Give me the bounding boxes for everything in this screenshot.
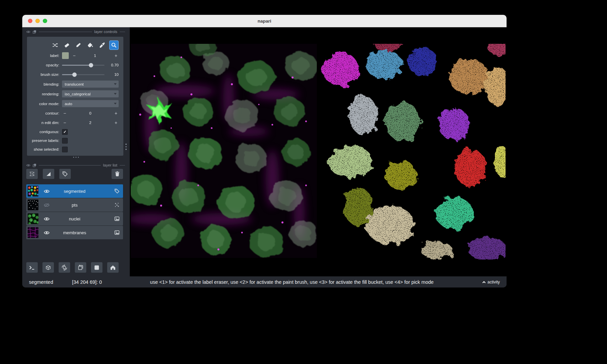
layer-list: segmented pts — [26, 184, 123, 239]
contiguous-row: contiguous: — [27, 127, 123, 136]
n-edit-dim-row: n edit dim: − 2 + — [27, 118, 123, 127]
microscopy-image — [131, 44, 317, 258]
brush-size-slider-handle[interactable] — [72, 72, 77, 77]
layer-controls-header: layer controls — [26, 29, 125, 34]
n-edit-dim-increment-button[interactable]: + — [113, 120, 119, 126]
punctum — [258, 104, 260, 105]
nucleus-core — [190, 103, 207, 119]
punctum — [217, 248, 219, 250]
n-edit-dim-value[interactable]: 2 — [67, 121, 113, 125]
visibility-hidden-eye-icon[interactable] — [44, 203, 50, 207]
shuffle-colors-button[interactable] — [50, 40, 60, 50]
contour-value[interactable]: 0 — [67, 111, 113, 115]
brush-size-value: 10 — [107, 72, 119, 77]
rendering-dropdown[interactable]: iso_categorical — [62, 90, 119, 97]
napari-window: napari — [22, 15, 507, 287]
nucleus-core — [208, 57, 223, 70]
close-button[interactable] — [28, 19, 32, 23]
segment-blob — [435, 197, 473, 229]
brush-size-label: brush size: — [27, 72, 62, 77]
home-button[interactable] — [107, 262, 119, 273]
fullscreen-button[interactable] — [43, 19, 47, 23]
contour-decrement-button[interactable]: − — [62, 110, 67, 116]
nucleus-core — [160, 225, 177, 241]
titlebar[interactable]: napari — [22, 15, 507, 27]
color-picker-button[interactable] — [97, 40, 107, 50]
layer-row-segmented[interactable]: segmented — [26, 184, 123, 198]
label-increment-button[interactable]: + — [113, 53, 119, 59]
show-selected-checkbox[interactable] — [62, 147, 68, 152]
hide-dock-icon[interactable] — [26, 30, 30, 33]
new-shapes-layer-button[interactable] — [43, 169, 54, 179]
nucleus-core — [288, 145, 304, 160]
n-edit-dim-decrement-button[interactable]: − — [62, 120, 67, 126]
label-decrement-button[interactable]: − — [71, 53, 77, 59]
layer-list-title: layer list — [103, 163, 117, 167]
minimize-button[interactable] — [35, 19, 40, 23]
preserve-labels-row: preserve labels: — [27, 136, 123, 145]
rendering-value: iso_categorical — [65, 92, 91, 96]
panel-resize-handle[interactable] — [22, 157, 130, 158]
rendering-label: rendering: — [27, 92, 62, 96]
hide-dock-icon[interactable] — [26, 164, 30, 167]
layer-list-header: layer list — [26, 162, 125, 168]
transpose-dimensions-button[interactable] — [75, 262, 86, 273]
visibility-eye-icon[interactable] — [44, 189, 50, 193]
nucleus-core — [243, 150, 260, 166]
float-dock-icon[interactable] — [33, 163, 36, 167]
punctum — [139, 114, 141, 116]
window-controls — [28, 19, 47, 23]
contiguous-checkbox[interactable] — [62, 129, 68, 135]
visibility-eye-icon[interactable] — [44, 217, 50, 221]
punctum — [305, 121, 307, 122]
paintbrush-button[interactable] — [74, 40, 83, 50]
nucleus-core — [167, 63, 184, 78]
new-labels-layer-button[interactable] — [59, 169, 71, 179]
visibility-eye-icon[interactable] — [44, 231, 50, 235]
tool-buttons-row — [27, 39, 123, 51]
fill-bucket-button[interactable] — [86, 40, 95, 50]
n-edit-dim-label: n edit dim: — [27, 121, 62, 125]
console-button[interactable] — [26, 262, 38, 273]
color-mode-label: color mode: — [27, 102, 62, 106]
preserve-labels-label: preserve labels: — [27, 139, 62, 143]
nucleus-core — [257, 234, 276, 251]
new-points-layer-button[interactable] — [26, 169, 38, 179]
label-color-swatch[interactable] — [62, 52, 69, 59]
blending-dropdown[interactable]: translucent — [62, 81, 119, 88]
layer-name: membranes — [40, 230, 110, 235]
roll-dimensions-button[interactable] — [59, 262, 70, 273]
eraser-button[interactable] — [62, 40, 71, 50]
contour-increment-button[interactable]: + — [113, 110, 119, 116]
layer-row-pts[interactable]: pts — [26, 198, 123, 212]
ndisplay-cube-button[interactable] — [42, 262, 54, 273]
layer-controls-panel: label: − 1 + opacity: — [27, 37, 123, 156]
chevron-down-icon — [112, 103, 119, 104]
activity-button[interactable]: activity — [482, 280, 500, 284]
viewer-canvas[interactable] — [130, 27, 507, 276]
layer-row-membranes[interactable]: membranes — [26, 226, 123, 239]
nucleus-core — [137, 181, 155, 198]
float-dock-icon[interactable] — [33, 30, 36, 34]
brush-size-slider[interactable] — [62, 72, 104, 77]
opacity-slider[interactable] — [62, 63, 104, 67]
color-mode-dropdown[interactable]: auto — [62, 100, 119, 107]
pan-zoom-button[interactable] — [109, 40, 119, 50]
dock-splitter-handle[interactable] — [125, 144, 127, 150]
layer-row-nuclei[interactable]: nuclei — [26, 212, 123, 225]
brush-size-row: brush size: 10 — [27, 70, 123, 79]
nucleus-core — [154, 137, 172, 153]
image-layer-icon — [114, 230, 120, 235]
label-value[interactable]: 1 — [77, 54, 113, 58]
preserve-labels-checkbox[interactable] — [62, 138, 68, 144]
activity-label: activity — [487, 280, 500, 284]
punctum — [160, 205, 162, 207]
segmentation-image — [320, 44, 506, 260]
punctum — [241, 232, 243, 234]
segment-blob — [454, 149, 487, 186]
punctum — [144, 161, 145, 163]
delete-layer-button[interactable] — [112, 169, 123, 179]
grid-view-button[interactable] — [91, 262, 102, 273]
opacity-slider-handle[interactable] — [89, 63, 93, 67]
status-help-text: use <1> for activate the label eraser, u… — [102, 279, 482, 285]
